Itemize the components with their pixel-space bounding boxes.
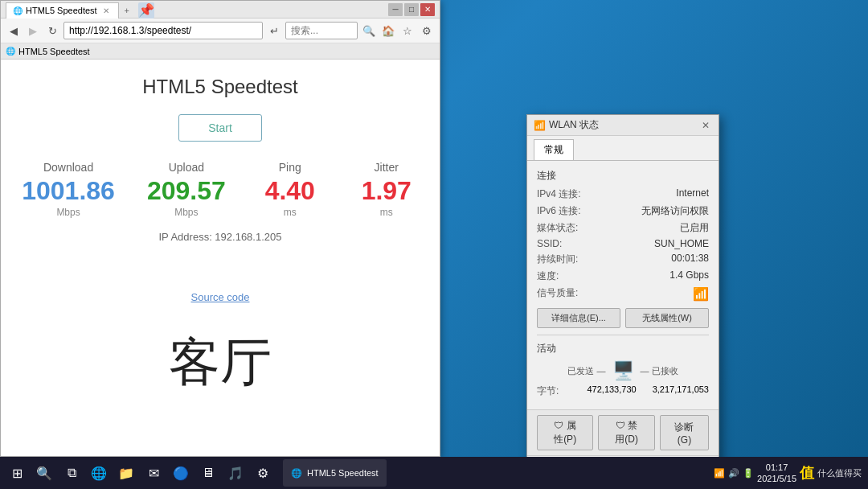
ping-value: 4.40 xyxy=(258,177,322,205)
file-explorer-icon[interactable]: 📁 xyxy=(114,461,138,485)
taskbar-clock[interactable]: 01:17 2021/5/15 xyxy=(757,462,796,485)
ssid-value: SUN_HOME xyxy=(654,238,709,249)
chinese-room-label: 客厅 xyxy=(17,327,424,397)
ping-label: Ping xyxy=(258,161,322,174)
home-button[interactable]: 🏠 xyxy=(380,23,396,39)
browser-taskbar-app[interactable]: 🌐 HTML5 Speedtest xyxy=(283,459,387,487)
back-button[interactable]: ◀ xyxy=(6,23,22,39)
metrics-row: Download 1001.86 Mbps Upload 209.57 Mbps… xyxy=(17,161,424,218)
browser-app-icon: 🌐 xyxy=(291,468,302,479)
signal-row: 信号质量: 📶 xyxy=(537,286,709,302)
properties-icon: 🛡 xyxy=(554,420,563,431)
download-label: Download xyxy=(22,161,115,174)
ipv6-label: IPv6 连接: xyxy=(537,204,581,218)
mail-icon[interactable]: ✉ xyxy=(141,461,166,485)
dialog-close-button[interactable]: ✕ xyxy=(699,119,712,132)
ssid-row: SSID: SUN_HOME xyxy=(537,238,709,249)
taskbar-icon-6[interactable]: 🎵 xyxy=(223,461,248,485)
duration-value: 00:01:38 xyxy=(671,253,709,266)
speed-value: 1.4 Gbps xyxy=(669,269,709,283)
search-button[interactable]: 🔍 xyxy=(361,23,377,39)
download-value: 1001.86 xyxy=(22,177,115,205)
source-code-link[interactable]: Source code xyxy=(17,291,424,303)
dialog-tab-general[interactable]: 常规 xyxy=(534,139,574,160)
upload-unit: Mbps xyxy=(147,207,226,218)
refresh-button[interactable]: ↻ xyxy=(44,23,60,39)
forward-button[interactable]: ▶ xyxy=(25,23,41,39)
jitter-value: 1.97 xyxy=(354,177,419,205)
wireless-props-button[interactable]: 无线属性(W) xyxy=(625,308,709,328)
dialog-title: 📶 WLAN 状态 xyxy=(534,118,599,132)
taskbar: ⊞ 🔍 ⧉ 🌐 📁 ✉ 🔵 🖥 🎵 ⚙ 🌐 HTML5 Speedtest 📶 … xyxy=(0,457,868,489)
menu-button[interactable]: ⚙ xyxy=(419,23,435,39)
details-button[interactable]: 详细信息(E)... xyxy=(537,308,620,328)
signal-label: 信号质量: xyxy=(537,286,578,302)
browser-window: 🌐 HTML5 Speedtest ✕ + 📌 ─ □ ✕ ◀ ▶ ↻ ↵ 🔍 … xyxy=(0,0,440,457)
dialog-footer: 🛡 属性(P) 🛡 禁用(D) 诊断(G) xyxy=(527,409,719,455)
media-value: 已启用 xyxy=(680,221,709,235)
settings-icon[interactable]: ⚙ xyxy=(251,461,275,485)
download-unit: Mbps xyxy=(22,207,115,218)
go-button[interactable]: ↵ xyxy=(266,23,282,39)
jitter-metric: Jitter 1.97 ms xyxy=(354,161,419,218)
speedtest-title: HTML5 Speedtest xyxy=(17,76,424,98)
minimize-button[interactable]: ─ xyxy=(388,3,403,16)
ipv6-row: IPv6 连接: 无网络访问权限 xyxy=(537,204,709,218)
duration-row: 持续时间: 00:01:38 xyxy=(537,253,709,266)
wifi-title-icon: 📶 xyxy=(534,120,546,131)
search-taskbar-button[interactable]: 🔍 xyxy=(32,461,56,485)
window-controls: ─ □ ✕ xyxy=(388,3,435,16)
network-adapter-icon: 🖥️ xyxy=(612,360,634,381)
jitter-unit: ms xyxy=(354,207,419,218)
disable-icon: 🛡 xyxy=(616,420,625,431)
ping-unit: ms xyxy=(258,207,322,218)
activity-title: 活动 xyxy=(537,342,709,355)
address-bar[interactable] xyxy=(63,22,263,39)
speed-label: 速度: xyxy=(537,269,559,283)
start-button[interactable]: Start xyxy=(178,114,262,142)
properties-button[interactable]: 🛡 属性(P) xyxy=(537,415,593,450)
pin-icon[interactable]: 📌 xyxy=(138,2,154,18)
bookmark-button[interactable]: ☆ xyxy=(399,23,416,39)
start-button[interactable]: ⊞ xyxy=(5,461,29,485)
ipv4-row: IPv4 连接: Internet xyxy=(537,187,709,201)
disable-button[interactable]: 🛡 禁用(D) xyxy=(598,415,655,450)
activity-icons-row: 已发送 — 🖥️ — 已接收 xyxy=(537,360,709,381)
page-tab-label: HTML5 Speedtest xyxy=(18,47,90,56)
upload-value: 209.57 xyxy=(147,177,226,205)
watermark-icon: 值 xyxy=(800,463,814,483)
speed-row: 速度: 1.4 Gbps xyxy=(537,269,709,283)
info-buttons-row: 详细信息(E)... 无线属性(W) xyxy=(537,308,709,328)
battery-icon[interactable]: 🔋 xyxy=(743,468,754,479)
media-label: 媒体状态: xyxy=(537,221,578,235)
bytes-row: 字节: 472,133,730 3,217,171,053 xyxy=(537,384,709,398)
volume-icon[interactable]: 🔊 xyxy=(728,468,739,479)
received-label: — 已接收 xyxy=(641,365,678,377)
browser-tab-active[interactable]: 🌐 HTML5 Speedtest ✕ xyxy=(6,2,119,18)
taskbar-icon-5[interactable]: 🖥 xyxy=(196,461,220,485)
download-metric: Download 1001.86 Mbps xyxy=(22,161,115,218)
diagnose-button[interactable]: 诊断(G) xyxy=(660,415,709,450)
ping-metric: Ping 4.40 ms xyxy=(258,161,322,218)
new-tab-button[interactable]: + xyxy=(121,2,133,18)
browser-content: HTML5 Speedtest Start Download 1001.86 M… xyxy=(1,60,440,456)
speedtest-container: HTML5 Speedtest Start Download 1001.86 M… xyxy=(1,60,440,413)
ipv4-label: IPv4 连接: xyxy=(537,187,581,201)
taskbar-right: 📶 🔊 🔋 01:17 2021/5/15 值 什么值得买 xyxy=(707,462,868,485)
ipv6-value: 无网络访问权限 xyxy=(641,204,709,218)
jitter-label: Jitter xyxy=(354,161,419,174)
bytes-values: 472,133,730 3,217,171,053 xyxy=(587,384,709,398)
dialog-body: 连接 IPv4 连接: Internet IPv6 连接: 无网络访问权限 媒体… xyxy=(527,161,719,409)
network-systray-icon[interactable]: 📶 xyxy=(714,468,725,479)
edge-browser-icon[interactable]: 🌐 xyxy=(87,461,111,485)
close-button[interactable]: ✕ xyxy=(420,3,435,16)
dialog-titlebar: 📶 WLAN 状态 ✕ xyxy=(527,115,719,136)
maximize-button[interactable]: □ xyxy=(404,3,419,16)
browser-titlebar: 🌐 HTML5 Speedtest ✕ + 📌 ─ □ ✕ xyxy=(1,1,440,18)
tab-close-icon[interactable]: ✕ xyxy=(100,5,112,16)
task-view-button[interactable]: ⧉ xyxy=(59,461,84,485)
taskbar-left: ⊞ 🔍 ⧉ 🌐 📁 ✉ 🔵 🖥 🎵 ⚙ xyxy=(0,461,280,485)
ie-icon[interactable]: 🔵 xyxy=(169,461,193,485)
upload-metric: Upload 209.57 Mbps xyxy=(147,161,226,218)
search-input[interactable] xyxy=(285,22,358,39)
